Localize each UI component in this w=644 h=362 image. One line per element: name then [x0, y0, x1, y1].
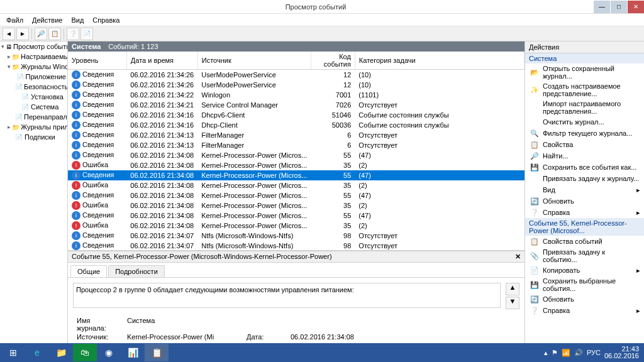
tree-item[interactable]: 📄Перенаправленные соб — [0, 112, 67, 122]
task-store-icon[interactable]: 🛍 — [73, 344, 97, 361]
col-datetime[interactable]: Дата и время — [126, 52, 197, 70]
task-eventviewer-icon[interactable]: 📋 — [145, 344, 169, 361]
tree-item[interactable]: ▸📁Журналы приложений и сл — [0, 122, 67, 132]
event-row[interactable]: iСведения06.02.2016 21:34:08Kernel-Proce… — [68, 190, 525, 200]
taskbar: ⊞ e 📁 🛍 ◉ 📊 📋 ▴ ⚑ 📶 🔊 РУС 21:4306.02.201… — [0, 343, 644, 362]
action-item[interactable]: 📋Свойства событий — [525, 236, 644, 247]
action-item[interactable]: 🔍Фильтр текущего журнала... — [525, 128, 644, 139]
actions-section-event: Событие 55, Kernel-Processor-Power (Micr… — [525, 218, 644, 236]
event-row[interactable]: iСведения06.02.2016 21:34:07Ntfs (Micros… — [68, 231, 525, 241]
menu-help[interactable]: Справка — [89, 15, 123, 25]
tree-item[interactable]: 📄Система — [0, 102, 67, 112]
event-row[interactable]: iСведения06.02.2016 21:34:08Kernel-Proce… — [68, 211, 525, 221]
folder-icon: 📁 — [12, 52, 19, 61]
task-chrome-icon[interactable]: ◉ — [97, 344, 121, 361]
task-app-icon[interactable]: 📊 — [121, 344, 145, 361]
tree-root[interactable]: ▾🖥Просмотр событий (Локальн — [0, 41, 67, 52]
level-icon: i — [72, 241, 80, 250]
toolbar-icon[interactable]: ❔ — [67, 28, 79, 40]
action-item[interactable]: 📄Копировать▸ — [525, 265, 644, 276]
task-ie-icon[interactable]: e — [25, 344, 49, 361]
tray-flag-icon[interactable]: ⚑ — [552, 349, 558, 357]
detail-title: Событие 55, Kernel-Processor-Power (Micr… — [72, 253, 332, 261]
maximize-button[interactable]: □ — [611, 1, 627, 13]
tray-volume-icon[interactable]: 🔊 — [574, 349, 583, 357]
event-row[interactable]: iСведения06.02.2016 21:34:16Dhcp-Client5… — [68, 120, 525, 130]
folder-icon: 📄 — [14, 133, 23, 141]
action-item[interactable]: Привязать задачу к журналу... — [525, 173, 644, 184]
action-item[interactable]: ✨Создать настраиваемое представление... — [525, 81, 644, 99]
event-row[interactable]: iСведения06.02.2016 21:34:22Winlogon7001… — [68, 90, 525, 100]
log-header: Система Событий: 1 123 — [68, 41, 525, 52]
task-explorer-icon[interactable]: 📁 — [49, 344, 73, 361]
system-tray[interactable]: ▴ ⚑ 📶 🔊 РУС 21:4306.02.2016 — [540, 346, 643, 359]
toolbar-icon[interactable]: 🔎 — [35, 28, 47, 40]
tree-item[interactable]: ▸📁Настраиваемые представл — [0, 52, 67, 62]
col-source[interactable]: Источник — [197, 52, 311, 70]
toolbar-icon[interactable]: 📄 — [80, 28, 93, 40]
action-item[interactable]: 🔄Обновить — [525, 293, 644, 305]
event-row[interactable]: iСведения06.02.2016 21:34:26UserModePowe… — [68, 80, 525, 90]
tree-item[interactable]: 📄Безопасность — [0, 82, 67, 92]
event-row[interactable]: iСведения06.02.2016 21:34:26UserModePowe… — [68, 70, 525, 80]
event-row[interactable]: !Ошибка06.02.2016 21:34:08Kernel-Process… — [68, 221, 525, 231]
back-button[interactable]: ◄ — [3, 28, 15, 40]
tree-item[interactable]: 📄Подписки — [0, 132, 67, 142]
action-icon — [530, 103, 539, 112]
menu-file[interactable]: Файл — [3, 15, 27, 25]
tray-network-icon[interactable]: 📶 — [562, 349, 570, 357]
prev-event-button[interactable]: ▲ — [506, 283, 519, 295]
toolbar-icon[interactable]: 📋 — [48, 28, 61, 40]
action-item[interactable]: Вид▸ — [525, 184, 644, 195]
menu-action[interactable]: Действие — [28, 15, 66, 25]
tray-up-icon[interactable]: ▴ — [544, 349, 548, 357]
minimize-button[interactable]: — — [594, 1, 610, 13]
action-item[interactable]: 📎Привязать задачу к событию... — [525, 247, 644, 265]
event-row[interactable]: iСведения06.02.2016 21:34:08Kernel-Proce… — [68, 150, 525, 160]
event-table[interactable]: Уровень Дата и время Источник Код событи… — [68, 52, 525, 250]
event-row[interactable]: !Ошибка06.02.2016 21:34:08Kernel-Process… — [68, 160, 525, 170]
tree-item[interactable]: 📄Установка — [0, 92, 67, 102]
col-eventid[interactable]: Код события — [311, 52, 355, 70]
event-row[interactable]: iСведения06.02.2016 21:34:16Dhcpv6-Clien… — [68, 110, 525, 120]
level-icon: ! — [72, 161, 80, 170]
tab-details[interactable]: Подробности — [108, 265, 165, 277]
folder-icon: 📄 — [21, 92, 30, 101]
event-row[interactable]: iСведения06.02.2016 21:34:13FilterManage… — [68, 130, 525, 140]
forward-button[interactable]: ► — [16, 28, 29, 40]
tree-panel: ▾🖥Просмотр событий (Локальн ▸📁Настраивае… — [0, 41, 68, 343]
event-row[interactable]: iСведения06.02.2016 21:34:08Kernel-Proce… — [68, 170, 525, 180]
folder-icon: 📁 — [12, 123, 19, 131]
event-detail-pane: Событие 55, Kernel-Processor-Power (Micr… — [68, 250, 525, 343]
action-item[interactable]: 📋Свойства — [525, 139, 644, 150]
tab-general[interactable]: Общие — [70, 265, 107, 277]
next-event-button[interactable]: ▼ — [506, 297, 519, 309]
action-item[interactable]: 💾Сохранить выбранные события... — [525, 276, 644, 293]
action-item[interactable]: ❔Справка▸ — [525, 207, 644, 218]
action-item[interactable]: 🔎Найти... — [525, 150, 644, 162]
action-item[interactable]: Импорт настраиваемого представления... — [525, 99, 644, 116]
event-row[interactable]: iСведения06.02.2016 21:34:13FilterManage… — [68, 140, 525, 150]
tray-lang[interactable]: РУС — [587, 349, 601, 356]
event-row[interactable]: !Ошибка06.02.2016 21:34:08Kernel-Process… — [68, 200, 525, 211]
menu-view[interactable]: Вид — [67, 15, 87, 25]
tree-item[interactable]: ▾📁Журналы Windows — [0, 62, 67, 72]
date-label: Дата: — [247, 333, 284, 341]
col-category[interactable]: Категория задачи — [355, 52, 524, 70]
action-item[interactable]: 📂Открыть сохраненный журнал... — [525, 63, 644, 81]
col-level[interactable]: Уровень — [68, 52, 126, 70]
start-button[interactable]: ⊞ — [1, 344, 25, 361]
event-row[interactable]: !Ошибка06.02.2016 21:34:08Kernel-Process… — [68, 180, 525, 190]
detail-message: Процессор 2 в группе 0 обладает следующи… — [73, 283, 501, 308]
close-button[interactable]: ✕ — [628, 1, 644, 13]
action-item[interactable]: 🔄Обновить — [525, 195, 644, 207]
tree-item[interactable]: 📄Приложение — [0, 72, 67, 82]
event-row[interactable]: iСведения06.02.2016 21:34:07Ntfs (Micros… — [68, 241, 525, 250]
action-item[interactable]: ❔Справка▸ — [525, 305, 644, 316]
action-icon: 📎 — [530, 251, 539, 260]
action-item[interactable]: Очистить журнал... — [525, 116, 644, 128]
close-detail-icon[interactable]: ✕ — [515, 253, 521, 261]
event-row[interactable]: iСведения06.02.2016 21:34:21Service Cont… — [68, 100, 525, 110]
action-item[interactable]: 💾Сохранить все события как... — [525, 162, 644, 173]
date-value: 06.02.2016 21:34:08 — [291, 333, 416, 341]
